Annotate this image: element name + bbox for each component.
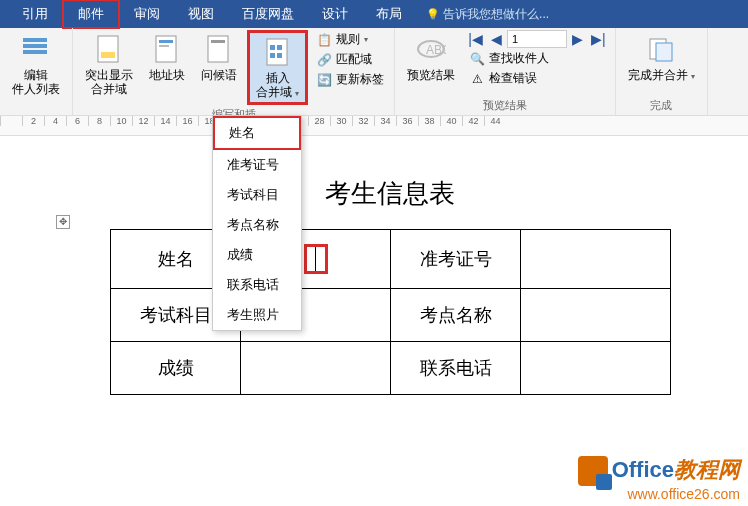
insert-field-icon [261,35,295,69]
match-fields-button[interactable]: 🔗匹配域 [312,50,388,69]
finish-label: 完成并合并 [628,68,688,82]
horizontal-ruler[interactable]: 2468101214161820222426283032343638404244 [0,116,748,136]
preview-icon: ABC [414,32,448,66]
tab-design[interactable]: 设计 [308,1,362,27]
svg-rect-10 [267,39,287,65]
tell-me-input[interactable]: 告诉我您想做什么... [426,6,549,23]
logo-icon [578,456,608,486]
list-icon [19,32,53,66]
svg-rect-6 [159,40,173,43]
insert-label: 插入合并域 [256,71,292,99]
svg-rect-13 [270,53,275,58]
table-row[interactable]: 考试科目 考点名称 [111,289,671,342]
last-record-button[interactable]: ▶| [588,31,609,47]
svg-rect-8 [208,36,228,62]
finish-merge-button[interactable]: 完成并合并 ▾ [622,30,701,84]
document-area[interactable]: 考生信息表 ✥ 姓名 准考证号 考试科目 考点名称 成绩 联系电话 [0,136,748,395]
svg-rect-1 [23,44,47,48]
table-row[interactable]: 姓名 准考证号 [111,230,671,289]
cell-location-value[interactable] [521,289,671,342]
cell-location-label[interactable]: 考点名称 [391,289,521,342]
finish-icon [644,32,678,66]
menu-item-name[interactable]: 姓名 [213,116,301,150]
cell-phone-label[interactable]: 联系电话 [391,342,521,395]
highlight-label: 突出显示合并域 [85,68,133,97]
prev-record-button[interactable]: ◀ [488,31,505,47]
tab-mail[interactable]: 邮件 [62,0,120,29]
menu-item-photo[interactable]: 考生照片 [213,300,301,330]
table-row[interactable]: 成绩 联系电话 [111,342,671,395]
svg-rect-12 [277,45,282,50]
tab-review[interactable]: 审阅 [120,1,174,27]
update-labels-button[interactable]: 🔄更新标签 [312,70,388,89]
tab-view[interactable]: 视图 [174,1,228,27]
address-icon [150,32,184,66]
find-recipient-button[interactable]: 🔍查找收件人 [465,49,608,68]
ribbon: 编辑件人列表 突出显示合并域 地址块 问候语 插入合并域 ▾ 📋规则 ▾ [0,28,748,116]
check-icon: ⚠ [469,71,485,87]
search-icon: 🔍 [469,51,485,67]
first-record-button[interactable]: |◀ [465,31,486,47]
cell-examid-value[interactable] [521,230,671,289]
match-icon: 🔗 [316,52,332,68]
svg-rect-3 [98,36,118,62]
preview-results-button[interactable]: ABC 预览结果 [401,30,461,84]
svg-rect-5 [156,36,176,62]
menu-item-phone[interactable]: 联系电话 [213,270,301,300]
svg-rect-4 [101,52,115,58]
svg-rect-11 [270,45,275,50]
svg-rect-9 [211,40,225,43]
cell-score-label[interactable]: 成绩 [111,342,241,395]
group-preview: 预览结果 [483,96,527,115]
group-finish: 完成 [650,96,672,115]
highlight-icon [92,32,126,66]
tab-references[interactable]: 引用 [8,1,62,27]
address-label: 地址块 [149,68,185,82]
greeting-icon [202,32,236,66]
edit-recipients-label: 编辑件人列表 [12,68,60,97]
record-number-input[interactable] [507,30,567,48]
cell-examid-label[interactable]: 准考证号 [391,230,521,289]
svg-rect-18 [656,43,672,61]
svg-rect-2 [23,50,47,54]
document-title[interactable]: 考生信息表 [110,176,670,211]
update-icon: 🔄 [316,72,332,88]
cell-score-value[interactable] [241,342,391,395]
menu-item-score[interactable]: 成绩 [213,240,301,270]
menu-item-subject[interactable]: 考试科目 [213,180,301,210]
tab-baidu[interactable]: 百度网盘 [228,1,308,27]
form-table[interactable]: 姓名 准考证号 考试科目 考点名称 成绩 联系电话 [110,229,671,395]
table-move-handle[interactable]: ✥ [56,215,70,229]
merge-field-dropdown: 姓名 准考证号 考试科目 考点名称 成绩 联系电话 考生照片 [212,115,302,331]
rules-button[interactable]: 📋规则 ▾ [312,30,388,49]
menu-item-exam-id[interactable]: 准考证号 [213,150,301,180]
rules-icon: 📋 [316,32,332,48]
address-block-button[interactable]: 地址块 [143,30,191,84]
chevron-down-icon: ▾ [691,72,695,81]
watermark: Office教程网 www.office26.com [578,455,740,502]
svg-rect-7 [159,45,169,47]
greeting-button[interactable]: 问候语 [195,30,243,84]
svg-text:ABC: ABC [426,43,446,57]
preview-label: 预览结果 [407,68,455,82]
next-record-button[interactable]: ▶ [569,31,586,47]
cell-phone-value[interactable] [521,342,671,395]
svg-rect-0 [23,38,47,42]
greeting-label: 问候语 [201,68,237,82]
menu-item-location[interactable]: 考点名称 [213,210,301,240]
chevron-down-icon: ▾ [364,35,368,44]
highlight-merge-button[interactable]: 突出显示合并域 [79,30,139,99]
chevron-down-icon: ▾ [295,89,299,98]
tab-layout[interactable]: 布局 [362,1,416,27]
ribbon-tabs: 引用 邮件 审阅 视图 百度网盘 设计 布局 告诉我您想做什么... [0,0,748,28]
insert-merge-field-button[interactable]: 插入合并域 ▾ [247,30,308,105]
check-errors-button[interactable]: ⚠检查错误 [465,69,608,88]
svg-rect-14 [277,53,282,58]
edit-recipients-button[interactable]: 编辑件人列表 [6,30,66,99]
